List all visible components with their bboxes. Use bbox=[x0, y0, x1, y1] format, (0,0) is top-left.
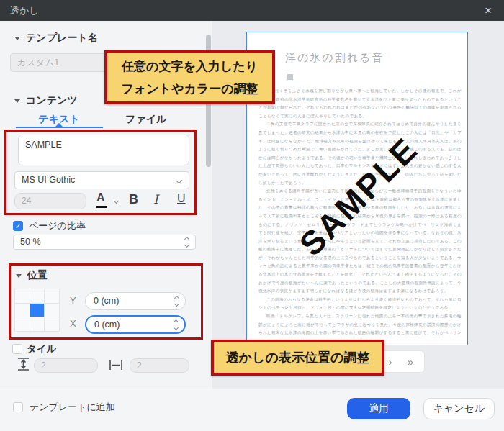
preview-doc-title: 洋の氷の割れる音 bbox=[285, 51, 384, 65]
position-cell[interactable] bbox=[30, 317, 45, 331]
close-icon: × bbox=[485, 4, 492, 18]
spinner-down-icon bbox=[174, 301, 179, 307]
vertical-spacing-input[interactable]: 2 bbox=[34, 358, 98, 373]
active-tab-underline bbox=[16, 127, 103, 128]
watermark-dialog: 透かし × テンプレート名 カスタム1 コンテンツ テキスト ファイル SAMP… bbox=[0, 0, 504, 431]
position-cell[interactable] bbox=[45, 304, 59, 317]
spinner-down-icon bbox=[184, 242, 189, 248]
close-button[interactable]: × bbox=[472, 0, 504, 21]
watermark-text-input[interactable]: SAMPLE bbox=[18, 135, 189, 165]
last-page-button[interactable]: » bbox=[404, 355, 417, 368]
x-label: X bbox=[70, 318, 76, 329]
position-cell[interactable] bbox=[15, 289, 30, 303]
horizontal-spacing-icon bbox=[109, 360, 123, 371]
preview-page: 洋の氷の割れる音 船は行く手をふさぐ氷塊を押し割りながら東へ東へと航海していた。… bbox=[246, 32, 468, 345]
vertical-spacing-icon bbox=[17, 357, 30, 371]
position-cell[interactable] bbox=[45, 289, 59, 303]
body-paragraph: この航海のおもなる使命は科学的というよりはむしろより多く経済的なものであって、そ… bbox=[258, 296, 462, 312]
font-family-value: MS UI Gothic bbox=[22, 175, 75, 185]
footer-bar: テンプレートに追加 適用 キャンセル bbox=[0, 389, 504, 431]
collapse-arrow-icon bbox=[14, 37, 20, 40]
position-cell[interactable] bbox=[15, 317, 30, 331]
template-name-section-header[interactable]: テンプレート名 bbox=[14, 32, 98, 45]
x-spin-buttons[interactable] bbox=[174, 317, 178, 332]
collapse-arrow-icon bbox=[16, 274, 22, 278]
preview-author-stub bbox=[287, 74, 293, 80]
horizontal-spacing-input[interactable]: 2 bbox=[130, 358, 189, 373]
font-color-chevron-icon[interactable] bbox=[114, 199, 119, 204]
position-label: 位置 bbox=[27, 269, 48, 282]
position-grid[interactable] bbox=[14, 289, 60, 332]
content-section-header[interactable]: コンテンツ bbox=[14, 94, 78, 107]
callout-font-color: 任意の文字を入力したり フォントやカラーの調整 bbox=[104, 50, 275, 104]
x-offset-spinner[interactable]: 0 (cm) bbox=[85, 315, 186, 334]
tile-checkbox[interactable] bbox=[12, 344, 22, 354]
page-ratio-label: ページの比率 bbox=[29, 219, 86, 232]
y-offset-spinner[interactable]: 0 (cm) bbox=[85, 292, 186, 310]
active-tab-caret-icon bbox=[55, 123, 63, 127]
add-to-template-label: テンプレートに追加 bbox=[30, 401, 115, 414]
y-spin-buttons[interactable] bbox=[175, 293, 179, 309]
callout-line: 任意の文字を入力したり bbox=[122, 55, 258, 78]
body-paragraph: 船は行く手をふさぐ氷塊を押し割りながら東へ東へと航海していた。しかしその後の報道… bbox=[258, 87, 462, 120]
apply-button[interactable]: 適用 bbox=[347, 398, 410, 419]
x-offset-value: 0 (cm) bbox=[94, 319, 120, 330]
body-paragraph: 映画「トルクシブ」を見た人々は、スクリーンに現れた地図の上を一本の光の帯で示され… bbox=[258, 312, 462, 335]
italic-button[interactable]: I bbox=[153, 192, 158, 207]
font-color-swatch bbox=[96, 206, 107, 208]
position-cell[interactable] bbox=[45, 317, 59, 331]
content-label: コンテンツ bbox=[26, 94, 78, 107]
dialog-title: 透かし bbox=[10, 4, 39, 17]
position-cell[interactable] bbox=[30, 289, 45, 303]
tile-label: タイル bbox=[27, 342, 56, 355]
title-bar: 透かし × bbox=[0, 0, 504, 21]
check-icon: ✓ bbox=[15, 222, 21, 230]
callout-line: 透かしの表示位置の調整 bbox=[226, 347, 370, 369]
position-section-header[interactable]: 位置 bbox=[16, 269, 48, 282]
spinner-down-icon bbox=[174, 325, 179, 330]
spinner-up-icon bbox=[184, 237, 189, 242]
font-color-button[interactable]: A bbox=[96, 191, 112, 211]
add-to-template-checkbox[interactable] bbox=[13, 402, 23, 412]
callout-line: フォントやカラーの調整 bbox=[121, 78, 258, 100]
collapse-arrow-icon bbox=[14, 99, 20, 103]
y-offset-value: 0 (cm) bbox=[94, 296, 119, 306]
chevron-down-icon bbox=[176, 177, 183, 184]
bold-button[interactable]: B bbox=[129, 192, 138, 207]
spinner-up-icon bbox=[174, 319, 179, 324]
font-color-glyph: A bbox=[96, 191, 105, 204]
underline-button[interactable]: U bbox=[177, 192, 186, 205]
spinner-up-icon bbox=[174, 296, 179, 301]
scale-value: 50 % bbox=[20, 237, 41, 247]
callout-position: 透かしの表示位置の調整 bbox=[211, 340, 384, 376]
next-page-button[interactable]: › bbox=[384, 355, 397, 368]
font-size-input[interactable]: 24 bbox=[14, 193, 86, 209]
page-ratio-checkbox[interactable]: ✓ bbox=[13, 221, 23, 231]
y-label: Y bbox=[70, 295, 76, 306]
scale-spinner[interactable]: 50 % bbox=[13, 235, 196, 250]
position-cell-selected[interactable] bbox=[30, 304, 45, 317]
position-cell[interactable] bbox=[15, 304, 30, 317]
font-family-select[interactable]: MS UI Gothic bbox=[14, 171, 189, 189]
template-name-label: テンプレート名 bbox=[26, 32, 98, 45]
scale-spin-buttons[interactable] bbox=[185, 235, 189, 249]
tab-file[interactable]: ファイル bbox=[107, 113, 186, 126]
cancel-button[interactable]: キャンセル bbox=[423, 398, 495, 419]
